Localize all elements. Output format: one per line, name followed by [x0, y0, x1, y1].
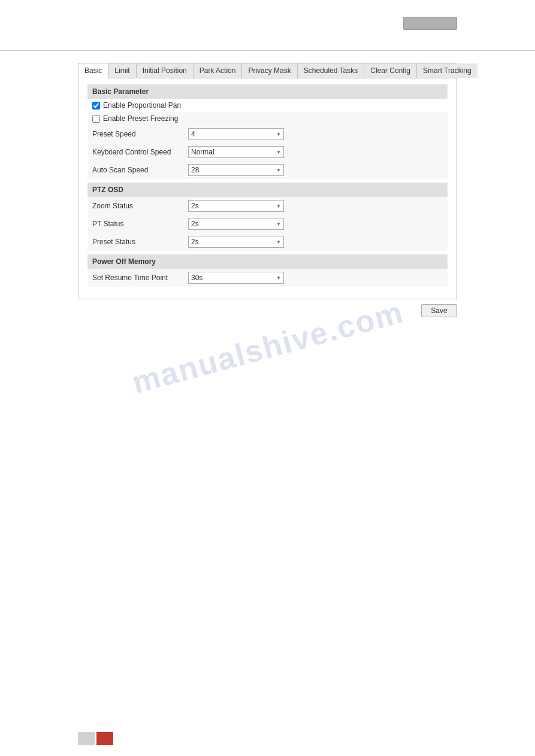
- set-resume-time-point-label: Set Resume Time Point: [92, 274, 188, 282]
- keyboard-control-speed-label: Keyboard Control Speed: [92, 148, 188, 156]
- preset-status-select-wrapper: 2s Off 5s 10s: [188, 236, 284, 248]
- bottom-block-gray: [78, 732, 95, 745]
- preset-speed-select[interactable]: 4 1 2 3 5 6 7 8: [188, 128, 284, 140]
- enable-proportional-pan-label[interactable]: Enable Proportional Pan: [92, 101, 181, 110]
- pt-status-label: PT Status: [92, 220, 188, 228]
- section-ptz-osd: PTZ OSD: [87, 183, 448, 197]
- save-area: Save: [78, 299, 457, 317]
- tab-scheduled-tasks[interactable]: Scheduled Tasks: [298, 63, 365, 78]
- tab-privacy-mask[interactable]: Privacy Mask: [242, 63, 297, 78]
- bottom-block-red: [96, 732, 113, 745]
- zoom-status-label: Zoom Status: [92, 202, 188, 210]
- save-button[interactable]: Save: [421, 304, 457, 317]
- auto-scan-speed-select[interactable]: 28 30 32 34: [188, 164, 284, 176]
- row-keyboard-control-speed: Keyboard Control Speed Normal Low High: [87, 143, 448, 161]
- enable-preset-freezing-label[interactable]: Enable Preset Freezing: [92, 114, 178, 123]
- row-enable-proportional-pan: Enable Proportional Pan: [87, 99, 448, 112]
- row-auto-scan-speed: Auto Scan Speed 28 30 32 34: [87, 161, 448, 179]
- set-resume-time-point-select-wrapper: 30s 10s 20s 40s 50s 1min: [188, 272, 284, 284]
- top-bar: [0, 0, 535, 51]
- enable-preset-freezing-checkbox[interactable]: [92, 115, 100, 123]
- preset-speed-label: Preset Speed: [92, 130, 188, 138]
- tab-initial-position[interactable]: Initial Position: [137, 63, 194, 78]
- pt-status-select[interactable]: 2s Off 5s 10s: [188, 218, 284, 230]
- preset-status-select[interactable]: 2s Off 5s 10s: [188, 236, 284, 248]
- keyboard-control-speed-select[interactable]: Normal Low High: [188, 146, 284, 158]
- row-pt-status: PT Status 2s Off 5s 10s: [87, 215, 448, 233]
- enable-proportional-pan-checkbox[interactable]: [92, 102, 100, 110]
- tab-basic[interactable]: Basic: [78, 63, 108, 78]
- tab-limit[interactable]: Limit: [108, 63, 136, 78]
- bottom-blocks: [78, 732, 113, 745]
- row-zoom-status: Zoom Status 2s Off 5s 10s: [87, 197, 448, 215]
- preset-speed-select-wrapper: 4 1 2 3 5 6 7 8: [188, 128, 284, 140]
- zoom-status-select[interactable]: 2s Off 5s 10s: [188, 200, 284, 212]
- top-bar-button[interactable]: [403, 17, 457, 30]
- preset-status-label: Preset Status: [92, 238, 188, 246]
- pt-status-select-wrapper: 2s Off 5s 10s: [188, 218, 284, 230]
- auto-scan-speed-label: Auto Scan Speed: [92, 166, 188, 174]
- enable-preset-freezing-text: Enable Preset Freezing: [103, 114, 178, 123]
- tabs-container: Basic Limit Initial Position Park Action…: [78, 63, 457, 299]
- row-preset-status: Preset Status 2s Off 5s 10s: [87, 233, 448, 251]
- keyboard-control-speed-select-wrapper: Normal Low High: [188, 146, 284, 158]
- auto-scan-speed-select-wrapper: 28 30 32 34: [188, 164, 284, 176]
- tab-smart-tracking[interactable]: Smart Tracking: [417, 63, 477, 78]
- zoom-status-select-wrapper: 2s Off 5s 10s: [188, 200, 284, 212]
- enable-proportional-pan-text: Enable Proportional Pan: [103, 101, 181, 110]
- row-preset-speed: Preset Speed 4 1 2 3 5 6 7 8: [87, 125, 448, 143]
- set-resume-time-point-select[interactable]: 30s 10s 20s 40s 50s 1min: [188, 272, 284, 284]
- tab-clear-config[interactable]: Clear Config: [364, 63, 417, 78]
- row-enable-preset-freezing: Enable Preset Freezing: [87, 112, 448, 125]
- section-power-off-memory: Power Off Memory: [87, 254, 448, 269]
- section-basic-parameter: Basic Parameter: [87, 84, 448, 99]
- tabs-row: Basic Limit Initial Position Park Action…: [78, 63, 457, 78]
- row-set-resume-time-point: Set Resume Time Point 30s 10s 20s 40s 50…: [87, 269, 448, 287]
- panel-content: Basic Parameter Enable Proportional Pan …: [78, 78, 457, 299]
- main-content: Basic Limit Initial Position Park Action…: [0, 51, 535, 323]
- tab-park-action[interactable]: Park Action: [194, 63, 243, 78]
